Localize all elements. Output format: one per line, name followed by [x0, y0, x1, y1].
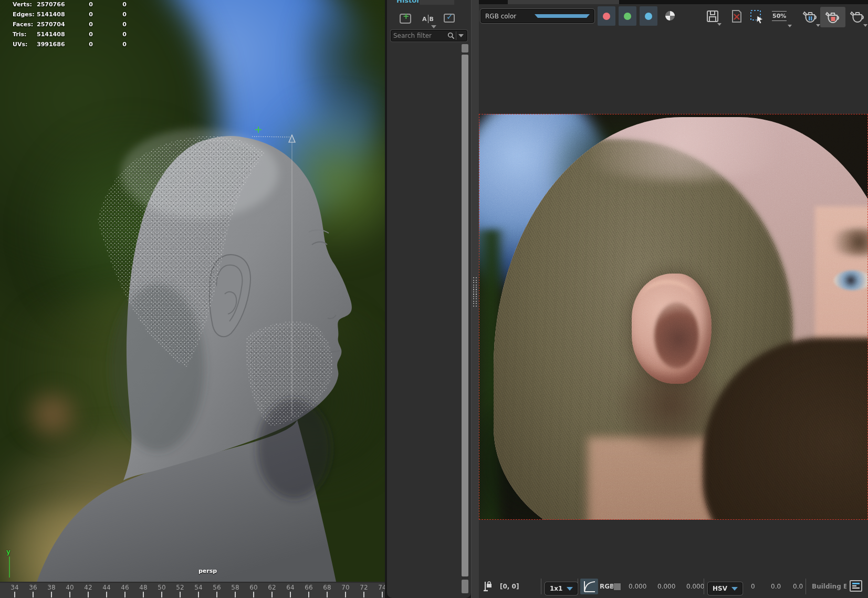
- scrollbar-thumb[interactable]: [462, 55, 468, 576]
- stop-render-button[interactable]: [820, 7, 845, 27]
- filter-dropdown-icon[interactable]: [458, 34, 464, 37]
- timeline-tick[interactable]: 68: [318, 584, 337, 597]
- red-channel-button[interactable]: [598, 6, 615, 26]
- hud-selected-value: 0: [84, 1, 98, 8]
- search-icon: [447, 32, 455, 39]
- panel-splitter[interactable]: [471, 0, 479, 598]
- timeline-tick[interactable]: 42: [79, 584, 98, 597]
- display-gamma-curve-button[interactable]: [580, 579, 598, 594]
- axis-y-label: y: [6, 548, 11, 555]
- rgb-value-g: 0.000: [657, 578, 675, 595]
- hud-label: Edges:: [13, 11, 35, 18]
- timeline-frame-number: 54: [189, 584, 208, 591]
- blue-channel-button[interactable]: [640, 6, 657, 26]
- timeline-tick[interactable]: 58: [226, 584, 245, 597]
- hud-component-value: 0: [118, 41, 131, 48]
- timeline-frame-number: 74: [373, 584, 385, 591]
- hsv-mode-dropdown[interactable]: HSV: [708, 580, 742, 597]
- timeline-frame-number: 34: [5, 584, 24, 591]
- chevron-down-icon[interactable]: [431, 25, 436, 28]
- render-view-toolbar: RGB color: [479, 4, 868, 29]
- pause-render-button[interactable]: [802, 9, 818, 25]
- timeline-tick[interactable]: 56: [207, 584, 226, 597]
- pixel-ratio-value: 1x1: [550, 585, 562, 592]
- timeline-tick[interactable]: 64: [281, 584, 300, 597]
- timeline-tick[interactable]: 38: [42, 584, 61, 597]
- pixel-probe-lock-button[interactable]: [483, 578, 494, 595]
- timeline-tick[interactable]: 50: [152, 584, 171, 597]
- adjacent-tab-remnant: [420, 0, 454, 5]
- rgb-value-r: 0.000: [629, 578, 646, 595]
- rendered-image-canvas[interactable]: [479, 114, 868, 520]
- channel-select-dropdown[interactable]: RGB color: [480, 9, 594, 23]
- hud-label: Faces:: [13, 21, 33, 28]
- alpha-checker-toggle[interactable]: [665, 11, 675, 20]
- plus-icon: +: [403, 13, 410, 20]
- timeline-frame-number: 42: [79, 584, 98, 591]
- timeline-tick-mark: [235, 592, 236, 597]
- save-image-button[interactable]: [706, 9, 721, 25]
- render-log-button[interactable]: [850, 580, 862, 592]
- timeline-frame-number: 50: [152, 584, 171, 591]
- ab-compare-button[interactable]: A B: [422, 14, 434, 24]
- green-channel-button[interactable]: [619, 6, 636, 26]
- hsv-value-s: 0.0: [771, 578, 781, 595]
- splitter-grip-handle[interactable]: [473, 277, 478, 308]
- render-region-button[interactable]: [750, 9, 766, 25]
- render-view-status-bar: [0, 0] 1x1 RGB 0.000 0.000 0.000 HSV 0 0…: [479, 578, 868, 595]
- auto-snapshot-checkbox[interactable]: ✓: [444, 14, 455, 23]
- timeline-tick-mark: [363, 592, 364, 597]
- timeline-tick[interactable]: 72: [354, 584, 373, 597]
- search-filter-input[interactable]: [391, 32, 447, 39]
- timeline-tick-mark: [290, 592, 291, 597]
- ab-divider: [428, 15, 428, 23]
- timeline-tick[interactable]: 70: [336, 584, 355, 597]
- timeline-frame-number: 64: [281, 584, 300, 591]
- log-line-blue: [852, 583, 860, 584]
- timeline-tick[interactable]: 36: [24, 584, 43, 597]
- timeline-tick[interactable]: 44: [97, 584, 116, 597]
- separator: [806, 579, 806, 594]
- timeline-tick[interactable]: 60: [244, 584, 263, 597]
- log-line-long: [852, 587, 860, 589]
- separator: [704, 579, 704, 594]
- timeline-tick[interactable]: 52: [171, 584, 190, 597]
- render-noise-grain: [479, 114, 868, 520]
- scrollbar-up-segment[interactable]: [462, 44, 468, 53]
- timeline-tick[interactable]: 46: [116, 584, 134, 597]
- start-render-button[interactable]: [850, 9, 865, 25]
- timeline-tick[interactable]: 54: [189, 584, 208, 597]
- gamma-curve-icon: [580, 579, 598, 594]
- hud-label: Verts:: [13, 1, 32, 8]
- hud-component-value: 0: [118, 21, 131, 28]
- chevron-down-icon: [717, 23, 721, 26]
- add-snapshot-button[interactable]: +: [400, 14, 411, 24]
- timeline-tick-mark: [124, 592, 126, 597]
- maya-perspective-viewport[interactable]: Verts: 2570766 0 0 Edges: 5141408 0 0 Fa…: [0, 0, 385, 582]
- timeline-tick[interactable]: 74: [373, 584, 385, 597]
- hud-total-value: 5141408: [37, 31, 65, 38]
- timeline-tick[interactable]: 40: [60, 584, 79, 597]
- scrollbar-down-segment[interactable]: [462, 580, 468, 593]
- timeline-frame-number: 36: [24, 584, 43, 591]
- cursor-coordinates: [0, 0]: [500, 578, 519, 595]
- timeline-tick-mark: [143, 592, 144, 597]
- timeline-frame-number: 46: [116, 584, 134, 591]
- timeline-tick[interactable]: 66: [299, 584, 318, 597]
- zoom-level-value: 50%: [772, 11, 787, 21]
- hud-rows: Verts: 2570766 0 0 Edges: 5141408 0 0 Fa…: [0, 1, 142, 51]
- timeline-tick[interactable]: 62: [263, 584, 281, 597]
- rgb-readout-label: RGB: [600, 578, 614, 595]
- timeline-frame-number: 44: [97, 584, 116, 591]
- timeline-tick[interactable]: 34: [5, 584, 24, 597]
- timeline-tick-mark: [161, 592, 162, 597]
- timeline-frame-number: 38: [42, 584, 61, 591]
- hsv-value-h: 0: [751, 578, 755, 595]
- chevron-down-icon: [731, 587, 738, 591]
- hud-selected-value: 0: [84, 31, 98, 38]
- timeline-tick[interactable]: 48: [134, 584, 153, 597]
- time-slider[interactable]: 34 36 38 40 42 44: [0, 582, 385, 598]
- delete-snapshot-button[interactable]: [730, 9, 746, 25]
- timeline-tick-mark: [271, 592, 273, 597]
- pixel-ratio-dropdown[interactable]: 1x1: [545, 580, 578, 597]
